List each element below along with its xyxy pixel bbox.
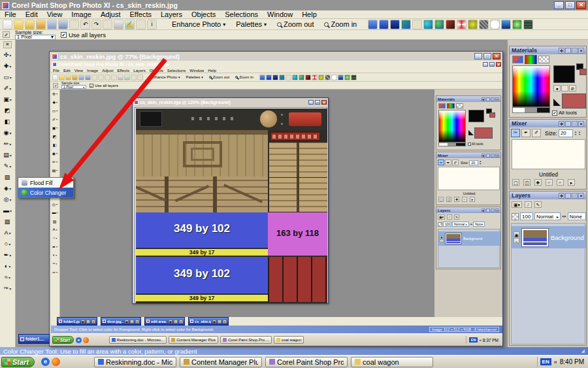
maximize-button[interactable]: □ (565, 1, 575, 9)
effect-bluegreen-icon[interactable] (401, 20, 411, 29)
new-page-icon[interactable]: ▢ (512, 179, 519, 186)
stepper-icon[interactable]: ▲▼ (574, 131, 577, 136)
separator[interactable] (412, 20, 422, 29)
task-paint-shop-pro[interactable]: Corel Paint Shop Pro ... (265, 357, 348, 367)
layers-header[interactable]: Layers ✜ _ □ ✕ (510, 192, 586, 199)
use-all-layers-checkbox[interactable]: ✔ (61, 32, 67, 38)
dropper-tool[interactable]: ✐▾ (1, 83, 14, 93)
maximize-icon[interactable]: □ (572, 193, 578, 199)
view[interactable]: View (42, 10, 67, 19)
minimize-icon[interactable]: _ (565, 193, 571, 199)
style-triangle-icon[interactable] (553, 99, 561, 106)
pen-tool[interactable]: ✒▾ (1, 250, 14, 260)
internet-explorer-icon[interactable]: e (41, 358, 50, 366)
scratch-remover-tool[interactable]: ✎▾ (1, 161, 14, 171)
maximize-icon[interactable]: □ (572, 121, 578, 127)
add-icon[interactable]: ✚ (534, 179, 542, 186)
maximize-icon[interactable]: □ (572, 48, 578, 54)
layer-visibility-icon[interactable]: ◉ (514, 231, 519, 237)
task-reskinning-doc[interactable]: Reskinning.doc - Microso... (94, 357, 176, 367)
close-rail-icon[interactable]: ✕ (3, 41, 12, 48)
effect-sunburst-icon[interactable] (512, 20, 522, 29)
separator[interactable] (103, 20, 112, 29)
effect-blue-icon[interactable] (379, 20, 389, 29)
new-image-icon[interactable] (3, 20, 12, 29)
delete-layer-button[interactable]: ✗ (525, 201, 532, 208)
red-eye-tool[interactable]: ◉▾ (1, 127, 14, 138)
task-coal-wagon[interactable]: coal wagon (351, 357, 433, 367)
opacity-input[interactable]: 100 (520, 212, 533, 220)
redo-icon[interactable]: ↷ (91, 20, 101, 29)
picture-tube-tool[interactable]: ◎▾ (1, 194, 14, 205)
stepper-icon[interactable]: ▲▼ (578, 131, 581, 136)
eraser-tool[interactable]: ▬▾ (1, 205, 14, 216)
object-remover-tool[interactable]: ▨ (1, 172, 14, 182)
pin-icon[interactable]: ✜ (559, 121, 564, 127)
close-icon[interactable]: ✕ (578, 193, 584, 199)
close-button[interactable]: ✕ (493, 53, 500, 59)
background-mini-swatch[interactable] (580, 69, 587, 75)
foreground-color-swatch[interactable] (553, 65, 575, 83)
start-button[interactable]: Start (1, 357, 35, 367)
mixer-canvas[interactable] (512, 139, 585, 169)
color-picker[interactable] (512, 65, 550, 107)
file[interactable]: File (0, 10, 21, 19)
info-icon[interactable]: i (147, 20, 157, 29)
effect-sphere-icon[interactable] (434, 20, 444, 29)
tray-expand-icon[interactable]: « (554, 359, 557, 365)
layer-link-icon[interactable]: ▫ (514, 238, 519, 243)
grayscale-strip[interactable] (512, 107, 550, 113)
help[interactable]: Help (297, 10, 321, 19)
effects[interactable]: Effects (125, 10, 156, 19)
close-icon[interactable]: ✕ (578, 121, 584, 127)
close-icon[interactable]: ✕ (578, 48, 584, 54)
mixer-size-input[interactable]: 20 (559, 129, 573, 137)
edit-icon[interactable]: ✍ (125, 20, 135, 29)
lighten-darken-tool[interactable]: ◐▾ (1, 261, 14, 271)
child-title-bar[interactable]: cs_skin_reskin.jpg @ 77% (Background) _ … (50, 52, 502, 61)
makeover-tool[interactable]: ✏▾ (1, 139, 14, 149)
blend-mode-select[interactable]: Normal▸ (534, 212, 561, 220)
edit[interactable]: Edit (21, 10, 42, 19)
child-window[interactable]: cs_skin_reskin.jpg @ 77% (Background) _ … (49, 51, 503, 346)
capture-icon[interactable] (114, 20, 123, 29)
lock-select[interactable]: None (568, 212, 586, 220)
materials-header[interactable]: Materials ✜ _ □ ✕ (510, 46, 586, 54)
language-indicator[interactable]: EN (540, 358, 551, 365)
effect-weave-icon[interactable] (479, 20, 489, 29)
outer-title-bar[interactable]: Corel Paint Shop Pro Photo XI - cs_skin_… (0, 0, 588, 10)
clone-tool[interactable]: ▤▾ (1, 150, 14, 160)
browse-icon[interactable] (25, 20, 35, 29)
open-page-icon[interactable]: ◫ (523, 179, 531, 186)
paint-brush-tool[interactable]: ✑▾ (1, 283, 14, 293)
objects[interactable]: Objects (187, 10, 220, 19)
mixer-brush-icon[interactable]: ✑ (511, 129, 520, 137)
firefox-icon[interactable] (52, 358, 60, 366)
effect-dots-icon[interactable] (490, 20, 500, 29)
background-eraser-tool[interactable]: ▧ (1, 216, 14, 227)
pan-tool[interactable]: ✣▾ (1, 50, 14, 60)
mixer-knife-icon[interactable]: ✒ (521, 129, 531, 137)
maximize-button[interactable]: □ (483, 53, 491, 59)
image[interactable]: Image (67, 10, 96, 19)
save-as-icon[interactable] (58, 20, 68, 29)
palettes-button[interactable]: Palettes▾ (231, 19, 271, 29)
knife2-icon[interactable]: ✒ (557, 179, 564, 186)
save-icon[interactable] (47, 20, 57, 29)
minimize-button[interactable]: _ (474, 53, 482, 59)
effect-navy-icon[interactable] (390, 20, 400, 29)
crop-tool[interactable]: ▣▾ (1, 94, 14, 105)
enhance-photo-button[interactable]: Enhance Photo▾ (167, 19, 230, 29)
window[interactable]: Window (263, 10, 297, 19)
new-layer-button[interactable]: ▣▾ (512, 201, 522, 208)
effect-gem-icon[interactable] (501, 20, 511, 29)
effect-burn-icon[interactable] (446, 20, 455, 29)
adjust[interactable]: Adjust (96, 10, 125, 19)
all-tools-checkbox[interactable]: ✔ (552, 110, 557, 116)
lock-brush-icon[interactable]: ✑ (562, 214, 566, 220)
task-content-manager[interactable]: Content Manager Plus (180, 357, 262, 367)
effect-pinwheel-icon[interactable] (457, 20, 466, 29)
pin-icon[interactable]: ✜ (559, 48, 564, 54)
minimize-icon[interactable]: _ (565, 48, 571, 54)
move-tool[interactable]: ✚▾ (1, 61, 14, 71)
